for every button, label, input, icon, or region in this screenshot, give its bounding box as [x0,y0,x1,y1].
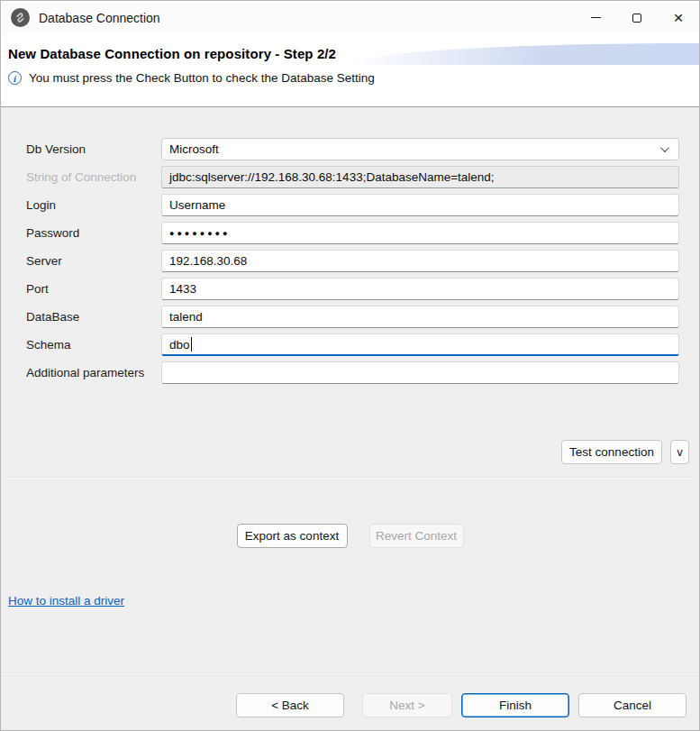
page-title: New Database Connection on repository - … [1,34,699,61]
database-connection-dialog: Database Connection × New Database Conne… [0,0,700,731]
schema-label: Schema [26,338,161,352]
password-label: Password [26,226,161,240]
database-field[interactable]: talend [161,306,679,328]
window-controls: × [575,1,699,34]
next-button: Next > [362,693,452,717]
cancel-button[interactable]: Cancel [578,693,686,717]
window-title: Database Connection [39,11,160,25]
close-icon: × [673,9,683,26]
login-label: Login [26,198,161,212]
test-connection-button[interactable]: Test connection [561,440,662,464]
form-row-login: Login Username [26,194,679,216]
connection-string-field: jdbc:sqlserver://192.168.30.68:1433;Data… [161,166,679,188]
db-version-label: Db Version [26,142,161,156]
minimize-button[interactable] [575,1,616,34]
connection-string-value: jdbc:sqlserver://192.168.30.68:1433;Data… [169,170,495,184]
chevron-down-icon [660,143,669,152]
port-field[interactable]: 1433 [161,278,679,300]
info-message: i You must press the Check Button to che… [8,71,699,85]
info-icon: i [8,71,22,85]
separator [1,672,699,674]
additional-parameters-field[interactable] [161,361,679,384]
database-value: talend [169,310,203,324]
export-as-context-button[interactable]: Export as context [237,524,348,548]
db-version-select[interactable]: Microsoft [161,138,679,160]
form-row-additional-parameters: Additional parameters [26,361,679,384]
password-masked-value: ●●●●●●●● [169,229,231,238]
text-cursor [191,337,193,352]
server-label: Server [26,254,161,268]
database-label: DataBase [26,310,161,324]
server-field[interactable]: 192.168.30.68 [161,250,679,272]
database-connection-icon [11,8,30,27]
title-bar: Database Connection × [1,1,699,34]
maximize-button[interactable] [616,1,658,34]
form-row-server: Server 192.168.30.68 [26,250,679,272]
wizard-button-bar: < Back Next > Finish Cancel [236,693,686,717]
login-value: Username [169,198,225,212]
db-version-value: Microsoft [169,142,219,156]
test-connection-group: Test connection v [561,440,689,464]
form-row-port: Port 1433 [26,278,679,300]
schema-field[interactable]: dbo [161,334,679,356]
form-row-database: DataBase talend [26,306,679,328]
close-button[interactable]: × [658,1,699,34]
form-row-password: Password ●●●●●●●● [26,222,679,244]
schema-value: dbo [169,338,190,352]
server-value: 192.168.30.68 [169,254,247,268]
info-text: You must press the Check Button to check… [29,71,375,85]
connection-form: Db Version Microsoft String of Connectio… [1,138,699,389]
context-buttons-group: Export as context Revert Context [1,524,699,548]
separator [8,477,692,479]
how-to-install-driver-link[interactable]: How to install a driver [8,594,124,608]
port-value: 1433 [169,282,196,296]
form-row-schema: Schema dbo [26,334,679,356]
finish-button[interactable]: Finish [461,693,569,717]
form-row-db-version: Db Version Microsoft [26,138,679,160]
connection-string-label: String of Connection [26,170,161,184]
login-field[interactable]: Username [161,194,679,216]
password-field[interactable]: ●●●●●●●● [161,222,679,244]
revert-context-button: Revert Context [369,524,464,548]
additional-parameters-label: Additional parameters [26,366,161,379]
minimize-icon [591,17,601,18]
main-content: Db Version Microsoft String of Connectio… [1,108,699,730]
test-connection-dropdown-button[interactable]: v [670,440,689,464]
port-label: Port [26,282,161,296]
back-button[interactable]: < Back [236,693,344,717]
form-row-connection-string: String of Connection jdbc:sqlserver://19… [26,166,679,188]
maximize-icon [632,14,641,23]
wizard-banner: New Database Connection on repository - … [1,34,699,107]
